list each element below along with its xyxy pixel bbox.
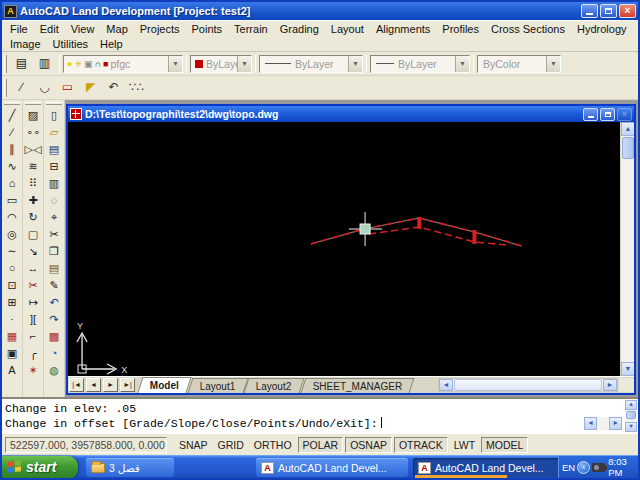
tab-last-button[interactable]: ►| — [120, 378, 135, 392]
command-window[interactable]: Change in elev: .05 Change in offset [Gr… — [2, 397, 638, 433]
menu-item[interactable]: File — [4, 22, 34, 36]
command-input-line[interactable]: Change in offset [Grade/Slope/Close/Poin… — [5, 416, 598, 431]
toolbar-grip[interactable] — [25, 102, 41, 105]
explode-icon[interactable]: ✶ — [24, 362, 43, 379]
undo-icon[interactable]: ↶ — [45, 294, 64, 311]
tab-layout1[interactable]: Layout1 — [187, 378, 247, 393]
toggle-ortho[interactable]: ORTHO — [250, 438, 296, 452]
coordinate-readout[interactable]: 522597.000, 3957858.000, 0.000 — [5, 437, 167, 453]
extend-icon[interactable]: ↦ — [24, 294, 43, 311]
mirror-icon[interactable]: ▷◁ — [24, 141, 43, 158]
toolbar-grip[interactable] — [46, 102, 62, 105]
region-icon[interactable]: ▣ — [3, 345, 22, 362]
stretch-icon[interactable]: ↘ — [24, 243, 43, 260]
chevron-down-icon[interactable]: ▼ — [455, 56, 469, 72]
find-icon[interactable]: ◌ — [45, 192, 64, 209]
menu-item[interactable]: Points — [186, 22, 229, 36]
fillet-icon[interactable]: ╭ — [24, 345, 43, 362]
layer-freeze-viewport-icon[interactable]: ▣ — [84, 56, 93, 72]
circle-icon[interactable]: ◎ — [3, 226, 22, 243]
arc-icon[interactable]: ◠ — [3, 209, 22, 226]
toolbar-grip[interactable] — [4, 55, 7, 73]
tab-model[interactable]: Model — [137, 377, 191, 393]
autodesk-flag-icon[interactable]: ▩ — [45, 328, 64, 345]
copy-clip-icon[interactable]: ❐ — [45, 243, 64, 260]
chevron-down-icon[interactable]: ▼ — [168, 56, 182, 72]
menu-item[interactable]: Map — [100, 22, 133, 36]
toggle-osnap[interactable]: OSNAP — [345, 437, 392, 453]
lineweight-combo[interactable]: ByLayer ▼ — [370, 55, 470, 73]
draw-curve-tool-icon[interactable]: ◡ — [34, 78, 55, 98]
scroll-down-icon[interactable]: ▼ — [621, 362, 634, 376]
restore-button[interactable] — [600, 4, 617, 18]
toggle-otrack[interactable]: OTRACK — [394, 437, 448, 453]
horizontal-scroll-track[interactable] — [597, 417, 609, 430]
chevron-down-icon[interactable]: ▼ — [348, 56, 362, 72]
redo-icon[interactable]: ↷ — [45, 311, 64, 328]
trim-icon[interactable]: ✂ — [24, 277, 43, 294]
new-file-icon[interactable]: ▯ — [45, 107, 64, 124]
move-icon[interactable]: ✚ — [24, 192, 43, 209]
draw-line-tool-icon[interactable]: ∕ — [11, 78, 32, 98]
zoom-realtime-icon[interactable]: ⌖ — [45, 209, 64, 226]
command-horizontal-scrollbar[interactable]: ◄ ► — [584, 417, 622, 430]
rectangle-icon[interactable]: ▭ — [3, 192, 22, 209]
vertical-scroll-thumb[interactable] — [622, 137, 634, 159]
undo-arc-tool-icon[interactable]: ↶ — [103, 78, 124, 98]
chevron-down-icon[interactable]: ▼ — [546, 56, 560, 72]
clock[interactable]: 8:03 PM — [608, 456, 638, 478]
rotate-icon[interactable]: ↻ — [24, 209, 43, 226]
drawing-canvas-svg[interactable]: YX — [68, 122, 620, 376]
tab-layout2[interactable]: Layout2 — [244, 378, 304, 393]
color-combo[interactable]: ByLayer ▼ — [190, 55, 252, 73]
command-scroll-thumb[interactable] — [626, 411, 636, 419]
toggle-snap[interactable]: SNAP — [175, 438, 212, 452]
canvas-vertical-scrollbar[interactable]: ▲ ▼ — [620, 122, 634, 376]
spline-icon[interactable]: ∼ — [3, 243, 22, 260]
erase-icon[interactable]: ▨ — [24, 107, 43, 124]
open-file-icon[interactable]: ▱ — [45, 124, 64, 141]
menu-item[interactable]: Layout — [325, 22, 370, 36]
scroll-left-icon[interactable]: ◄ — [439, 379, 453, 391]
scale-icon[interactable]: ▢ — [24, 226, 43, 243]
taskbar-task-autocad-1[interactable]: A AutoCAD Land Devel... — [256, 458, 408, 477]
layer-freeze-sun-icon[interactable]: ✳ — [74, 56, 82, 72]
command-vertical-scrollbar[interactable]: ▲ ▼ — [625, 400, 637, 432]
construction-line-icon[interactable]: ∕ — [3, 124, 22, 141]
plot-icon[interactable]: ⊟ — [45, 158, 64, 175]
menu-item[interactable]: Utilities — [47, 37, 94, 51]
toggle-lwt[interactable]: LWT — [450, 438, 479, 452]
point-icon[interactable]: · — [3, 311, 22, 328]
menu-item[interactable]: Profiles — [436, 22, 485, 36]
toggle-grid[interactable]: GRID — [214, 438, 248, 452]
layer-manager-icon[interactable]: ▤ — [11, 54, 32, 74]
template-tool-icon[interactable]: ▭ — [57, 78, 78, 98]
minimize-button[interactable] — [581, 4, 598, 18]
toolbar-grip[interactable] — [4, 102, 20, 105]
child-close-button[interactable]: × — [617, 108, 632, 121]
tab-prev-button[interactable]: ◄ — [86, 378, 101, 392]
menu-item[interactable]: Grading — [274, 22, 325, 36]
copy-object-icon[interactable]: ∘∘ — [24, 124, 43, 141]
toggle-model[interactable]: MODEL — [481, 437, 528, 453]
horizontal-scroll-thumb[interactable] — [454, 379, 602, 391]
publish-web-icon[interactable]: ◍ — [45, 362, 64, 379]
menu-item[interactable]: Image — [4, 37, 47, 51]
child-minimize-button[interactable] — [583, 108, 598, 121]
start-button[interactable]: start — [2, 456, 78, 479]
scroll-left-icon[interactable]: ◄ — [584, 417, 597, 430]
scroll-right-icon[interactable]: ► — [603, 379, 617, 391]
tab-next-button[interactable]: ► — [103, 378, 118, 392]
text-icon[interactable]: A — [3, 362, 22, 379]
taskbar-task-folder[interactable]: 3 فصل — [86, 458, 174, 477]
array-icon[interactable]: ⠿ — [24, 175, 43, 192]
menu-item[interactable]: Hydrology — [571, 22, 633, 36]
scroll-down-icon[interactable]: ▼ — [625, 422, 637, 432]
menu-item[interactable]: Cross Sections — [485, 22, 571, 36]
ellipse-icon[interactable]: ○ — [3, 260, 22, 277]
language-indicator[interactable]: EN — [562, 462, 575, 473]
line-icon[interactable]: ╱ — [3, 107, 22, 124]
layer-color-chip-icon[interactable]: ■ — [103, 56, 108, 72]
plotstyle-combo[interactable]: ByColor ▼ — [477, 55, 561, 73]
scroll-up-icon[interactable]: ▲ — [621, 122, 634, 136]
